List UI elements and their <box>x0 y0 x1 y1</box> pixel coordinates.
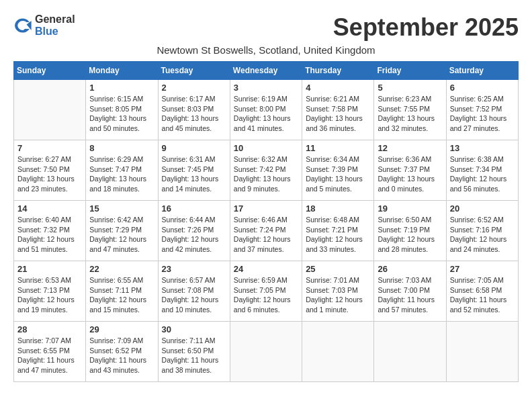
calendar-cell: 15Sunrise: 6:42 AM Sunset: 7:29 PM Dayli… <box>86 201 158 261</box>
calendar-week-row: 21Sunrise: 6:53 AM Sunset: 7:13 PM Dayli… <box>14 261 519 322</box>
day-info: Sunrise: 7:07 AM Sunset: 6:55 PM Dayligh… <box>17 336 82 375</box>
calendar-table: SundayMondayTuesdayWednesdayThursdayFrid… <box>13 61 519 382</box>
calendar-cell <box>302 322 374 382</box>
day-number: 14 <box>17 203 82 214</box>
day-info: Sunrise: 6:52 AM Sunset: 7:16 PM Dayligh… <box>450 215 515 255</box>
calendar-cell <box>446 322 518 382</box>
calendar-cell: 3Sunrise: 6:19 AM Sunset: 8:00 PM Daylig… <box>230 80 302 140</box>
calendar-week-row: 14Sunrise: 6:40 AM Sunset: 7:32 PM Dayli… <box>14 201 519 261</box>
day-number: 27 <box>450 264 515 274</box>
logo-blue: Blue <box>35 26 75 38</box>
day-info: Sunrise: 6:46 AM Sunset: 7:24 PM Dayligh… <box>234 215 298 255</box>
calendar-cell: 5Sunrise: 6:23 AM Sunset: 7:55 PM Daylig… <box>374 80 446 140</box>
logo-text: General Blue <box>35 13 75 38</box>
calendar-cell: 12Sunrise: 6:36 AM Sunset: 7:37 PM Dayli… <box>374 140 446 201</box>
day-info: Sunrise: 6:40 AM Sunset: 7:32 PM Dayligh… <box>17 215 82 255</box>
calendar-cell: 1Sunrise: 6:15 AM Sunset: 8:05 PM Daylig… <box>86 80 158 140</box>
day-info: Sunrise: 6:23 AM Sunset: 7:55 PM Dayligh… <box>378 94 442 134</box>
column-header-sunday: Sunday <box>14 62 86 80</box>
day-number: 7 <box>17 143 82 153</box>
calendar-cell: 20Sunrise: 6:52 AM Sunset: 7:16 PM Dayli… <box>446 201 518 261</box>
column-header-monday: Monday <box>86 62 158 80</box>
day-info: Sunrise: 6:44 AM Sunset: 7:26 PM Dayligh… <box>162 215 226 255</box>
day-info: Sunrise: 6:32 AM Sunset: 7:42 PM Dayligh… <box>234 154 298 194</box>
calendar-cell: 21Sunrise: 6:53 AM Sunset: 7:13 PM Dayli… <box>14 261 86 322</box>
day-number: 19 <box>378 203 442 214</box>
day-info: Sunrise: 7:01 AM Sunset: 7:03 PM Dayligh… <box>306 275 370 315</box>
day-number: 24 <box>234 264 298 274</box>
day-number: 16 <box>162 203 226 214</box>
day-number: 2 <box>162 83 226 93</box>
calendar-week-row: 28Sunrise: 7:07 AM Sunset: 6:55 PM Dayli… <box>14 322 519 382</box>
day-info: Sunrise: 7:05 AM Sunset: 6:58 PM Dayligh… <box>450 275 515 315</box>
day-info: Sunrise: 6:27 AM Sunset: 7:50 PM Dayligh… <box>17 154 82 194</box>
calendar-cell: 16Sunrise: 6:44 AM Sunset: 7:26 PM Dayli… <box>158 201 230 261</box>
calendar-cell: 14Sunrise: 6:40 AM Sunset: 7:32 PM Dayli… <box>14 201 86 261</box>
logo-icon <box>13 16 32 35</box>
column-header-thursday: Thursday <box>302 62 374 80</box>
calendar-cell: 29Sunrise: 7:09 AM Sunset: 6:52 PM Dayli… <box>86 322 158 382</box>
day-info: Sunrise: 6:59 AM Sunset: 7:05 PM Dayligh… <box>234 275 298 315</box>
day-info: Sunrise: 6:21 AM Sunset: 7:58 PM Dayligh… <box>306 94 370 134</box>
day-number: 30 <box>162 324 226 334</box>
column-header-wednesday: Wednesday <box>230 62 302 80</box>
calendar-week-row: 7Sunrise: 6:27 AM Sunset: 7:50 PM Daylig… <box>14 140 519 201</box>
day-info: Sunrise: 6:50 AM Sunset: 7:19 PM Dayligh… <box>378 215 442 255</box>
day-number: 15 <box>89 203 154 214</box>
calendar-subtitle: Newtown St Boswells, Scotland, United Ki… <box>13 44 519 56</box>
day-number: 12 <box>378 143 442 153</box>
day-number: 13 <box>450 143 515 153</box>
day-number: 18 <box>306 203 370 214</box>
calendar-cell: 13Sunrise: 6:38 AM Sunset: 7:34 PM Dayli… <box>446 140 518 201</box>
calendar-week-row: 1Sunrise: 6:15 AM Sunset: 8:05 PM Daylig… <box>14 80 519 140</box>
calendar-cell: 23Sunrise: 6:57 AM Sunset: 7:08 PM Dayli… <box>158 261 230 322</box>
day-info: Sunrise: 6:15 AM Sunset: 8:05 PM Dayligh… <box>89 94 154 134</box>
day-info: Sunrise: 6:55 AM Sunset: 7:11 PM Dayligh… <box>89 275 154 315</box>
day-info: Sunrise: 7:09 AM Sunset: 6:52 PM Dayligh… <box>89 336 154 375</box>
day-number: 20 <box>450 203 515 214</box>
calendar-cell: 11Sunrise: 6:34 AM Sunset: 7:39 PM Dayli… <box>302 140 374 201</box>
column-header-friday: Friday <box>374 62 446 80</box>
column-header-tuesday: Tuesday <box>158 62 230 80</box>
month-title: September 2025 <box>333 13 519 42</box>
day-number: 22 <box>89 264 154 274</box>
day-info: Sunrise: 7:11 AM Sunset: 6:50 PM Dayligh… <box>162 336 226 375</box>
calendar-cell: 18Sunrise: 6:48 AM Sunset: 7:21 PM Dayli… <box>302 201 374 261</box>
calendar-cell: 26Sunrise: 7:03 AM Sunset: 7:00 PM Dayli… <box>374 261 446 322</box>
day-info: Sunrise: 6:38 AM Sunset: 7:34 PM Dayligh… <box>450 154 515 194</box>
day-number: 9 <box>162 143 226 153</box>
calendar-cell: 22Sunrise: 6:55 AM Sunset: 7:11 PM Dayli… <box>86 261 158 322</box>
day-info: Sunrise: 6:29 AM Sunset: 7:47 PM Dayligh… <box>89 154 154 194</box>
calendar-cell: 25Sunrise: 7:01 AM Sunset: 7:03 PM Dayli… <box>302 261 374 322</box>
calendar-cell: 19Sunrise: 6:50 AM Sunset: 7:19 PM Dayli… <box>374 201 446 261</box>
calendar-cell: 27Sunrise: 7:05 AM Sunset: 6:58 PM Dayli… <box>446 261 518 322</box>
day-number: 11 <box>306 143 370 153</box>
calendar-header-row: SundayMondayTuesdayWednesdayThursdayFrid… <box>14 62 519 80</box>
page-header: General Blue September 2025 <box>13 13 519 42</box>
day-number: 1 <box>89 83 154 93</box>
calendar-cell <box>230 322 302 382</box>
day-info: Sunrise: 6:42 AM Sunset: 7:29 PM Dayligh… <box>89 215 154 255</box>
day-info: Sunrise: 6:57 AM Sunset: 7:08 PM Dayligh… <box>162 275 226 315</box>
day-info: Sunrise: 6:34 AM Sunset: 7:39 PM Dayligh… <box>306 154 370 194</box>
calendar-cell: 30Sunrise: 7:11 AM Sunset: 6:50 PM Dayli… <box>158 322 230 382</box>
calendar-cell: 4Sunrise: 6:21 AM Sunset: 7:58 PM Daylig… <box>302 80 374 140</box>
day-info: Sunrise: 6:36 AM Sunset: 7:37 PM Dayligh… <box>378 154 442 194</box>
day-number: 8 <box>89 143 154 153</box>
calendar-cell <box>14 80 86 140</box>
logo-general: General <box>35 13 75 26</box>
day-number: 10 <box>234 143 298 153</box>
day-info: Sunrise: 6:48 AM Sunset: 7:21 PM Dayligh… <box>306 215 370 255</box>
calendar-cell <box>374 322 446 382</box>
calendar-cell: 24Sunrise: 6:59 AM Sunset: 7:05 PM Dayli… <box>230 261 302 322</box>
day-info: Sunrise: 6:31 AM Sunset: 7:45 PM Dayligh… <box>162 154 226 194</box>
day-number: 4 <box>306 83 370 93</box>
day-number: 5 <box>378 83 442 93</box>
calendar-cell: 9Sunrise: 6:31 AM Sunset: 7:45 PM Daylig… <box>158 140 230 201</box>
day-number: 6 <box>450 83 515 93</box>
column-header-saturday: Saturday <box>446 62 518 80</box>
day-info: Sunrise: 6:17 AM Sunset: 8:03 PM Dayligh… <box>162 94 226 134</box>
calendar-cell: 10Sunrise: 6:32 AM Sunset: 7:42 PM Dayli… <box>230 140 302 201</box>
day-number: 29 <box>89 324 154 334</box>
calendar-cell: 6Sunrise: 6:25 AM Sunset: 7:52 PM Daylig… <box>446 80 518 140</box>
